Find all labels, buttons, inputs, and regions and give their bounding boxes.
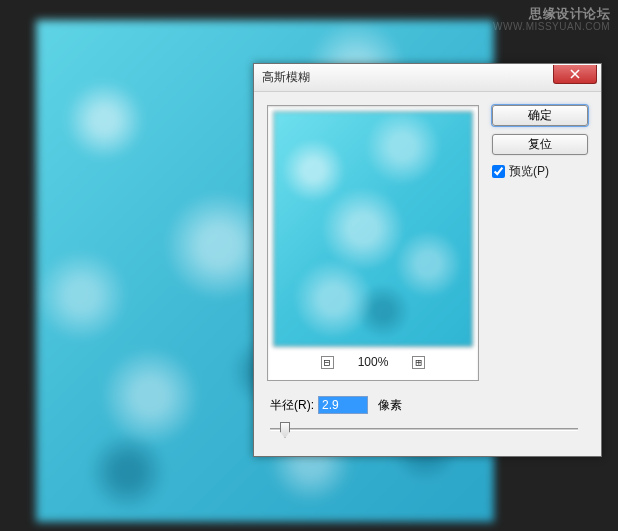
slider-track bbox=[270, 428, 578, 431]
slider-thumb[interactable] bbox=[280, 422, 290, 438]
dialog-side-buttons: 确定 复位 预览(P) bbox=[492, 105, 588, 180]
cancel-button[interactable]: 复位 bbox=[492, 134, 588, 155]
zoom-out-button[interactable]: ⊟ bbox=[321, 356, 334, 369]
ok-button[interactable]: 确定 bbox=[492, 105, 588, 126]
close-icon bbox=[570, 69, 580, 79]
dialog-body: ⊟ 100% ⊞ 确定 复位 预览(P) 半径(R): 像素 bbox=[254, 92, 601, 456]
radius-slider[interactable] bbox=[270, 420, 578, 438]
radius-row: 半径(R): 像素 bbox=[270, 396, 402, 414]
gaussian-blur-dialog: 高斯模糊 ⊟ 100% ⊞ 确定 复位 预览(P) 半径(R): 像素 bbox=[253, 63, 602, 457]
preview-checkbox-label: 预览(P) bbox=[509, 163, 549, 180]
dialog-titlebar[interactable]: 高斯模糊 bbox=[254, 64, 601, 92]
preview-image[interactable] bbox=[273, 111, 473, 347]
radius-input[interactable] bbox=[318, 396, 368, 414]
zoom-controls: ⊟ 100% ⊞ bbox=[273, 355, 473, 369]
radius-unit: 像素 bbox=[378, 397, 402, 414]
watermark-sub: WWW.MISSYUAN.COM bbox=[493, 21, 610, 32]
preview-panel: ⊟ 100% ⊞ bbox=[267, 105, 479, 381]
zoom-in-button[interactable]: ⊞ bbox=[412, 356, 425, 369]
radius-label: 半径(R): bbox=[270, 397, 314, 414]
close-button[interactable] bbox=[553, 65, 597, 84]
preview-checkbox-row[interactable]: 预览(P) bbox=[492, 163, 588, 180]
dialog-title: 高斯模糊 bbox=[262, 69, 310, 86]
zoom-percent: 100% bbox=[358, 355, 389, 369]
preview-checkbox[interactable] bbox=[492, 165, 505, 178]
